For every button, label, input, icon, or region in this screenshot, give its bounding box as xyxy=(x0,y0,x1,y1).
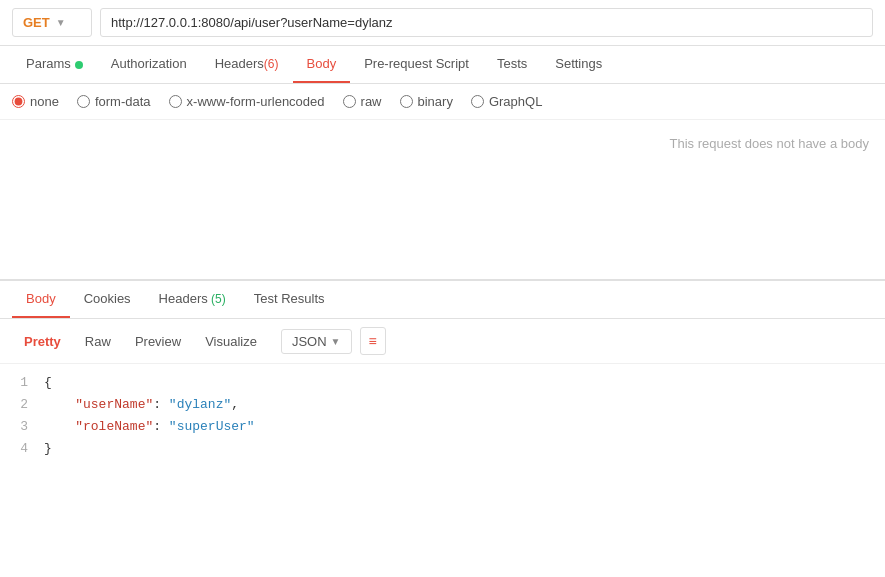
tab-authorization[interactable]: Authorization xyxy=(97,46,201,83)
response-tab-cookies[interactable]: Cookies xyxy=(70,281,145,318)
params-dot xyxy=(75,61,83,69)
body-type-binary[interactable]: binary xyxy=(400,94,453,109)
format-pretty[interactable]: Pretty xyxy=(12,329,73,354)
body-type-graphql[interactable]: GraphQL xyxy=(471,94,542,109)
tab-headers[interactable]: Headers(6) xyxy=(201,46,293,83)
json-format-label: JSON xyxy=(292,334,327,349)
tab-body[interactable]: Body xyxy=(293,46,351,83)
body-type-row: none form-data x-www-form-urlencoded raw… xyxy=(0,84,885,120)
json-line-4: 4 } xyxy=(12,438,873,460)
json-line-2: 2 "userName": "dylanz", xyxy=(12,394,873,416)
tab-settings[interactable]: Settings xyxy=(541,46,616,83)
response-tab-body[interactable]: Body xyxy=(12,281,70,318)
json-line-3: 3 "roleName": "superUser" xyxy=(12,416,873,438)
method-select[interactable]: GET ▼ xyxy=(12,8,92,37)
no-body-text: This request does not have a body xyxy=(670,136,869,151)
format-visualize[interactable]: Visualize xyxy=(193,329,269,354)
format-bar: Pretty Raw Preview Visualize JSON ▼ ≡ xyxy=(0,319,885,364)
response-section: Body Cookies Headers (5) Test Results Pr… xyxy=(0,280,885,476)
tab-params[interactable]: Params xyxy=(12,46,97,83)
response-tab-headers[interactable]: Headers (5) xyxy=(145,281,240,318)
url-bar: GET ▼ xyxy=(0,0,885,46)
body-type-raw[interactable]: raw xyxy=(343,94,382,109)
format-preview[interactable]: Preview xyxy=(123,329,193,354)
method-label: GET xyxy=(23,15,50,30)
tab-prerequest[interactable]: Pre-request Script xyxy=(350,46,483,83)
json-line-1: 1 { xyxy=(12,372,873,394)
response-tab-bar: Body Cookies Headers (5) Test Results xyxy=(0,281,885,319)
response-tab-testresults[interactable]: Test Results xyxy=(240,281,339,318)
request-body-area: This request does not have a body xyxy=(0,120,885,280)
body-type-formdata[interactable]: form-data xyxy=(77,94,151,109)
body-type-none[interactable]: none xyxy=(12,94,59,109)
wrap-button[interactable]: ≡ xyxy=(360,327,386,355)
json-viewer: 1 { 2 "userName": "dylanz", 3 "roleName"… xyxy=(0,364,885,476)
json-format-select[interactable]: JSON ▼ xyxy=(281,329,352,354)
top-tab-bar: Params Authorization Headers(6) Body Pre… xyxy=(0,46,885,84)
tab-tests[interactable]: Tests xyxy=(483,46,541,83)
json-format-chevron: ▼ xyxy=(331,336,341,347)
url-input[interactable] xyxy=(100,8,873,37)
format-raw[interactable]: Raw xyxy=(73,329,123,354)
method-chevron: ▼ xyxy=(56,17,66,28)
body-type-urlencoded[interactable]: x-www-form-urlencoded xyxy=(169,94,325,109)
